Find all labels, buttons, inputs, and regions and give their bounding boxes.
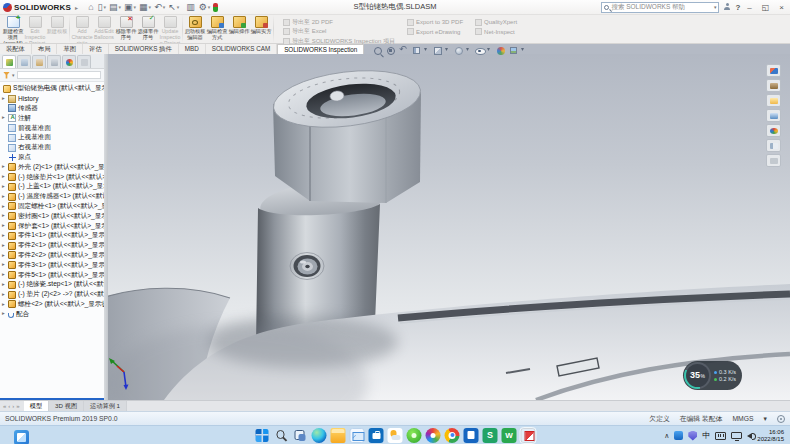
ime-language-indicator[interactable]: 中 bbox=[702, 430, 710, 441]
edit-inspection-method-button[interactable]: 编辑检查方式 bbox=[206, 15, 228, 43]
tree-item-component[interactable]: ▸ 零件5<1> (默认<<默认>_显示状态 bbox=[0, 270, 104, 280]
dimxpertmanager-tab[interactable] bbox=[47, 55, 61, 68]
tree-item-component[interactable]: ▸ (-) 绝缘垫片<1> (默认<<默认>_显 bbox=[0, 172, 104, 182]
section-view-icon[interactable] bbox=[411, 45, 422, 56]
tree-item-component[interactable]: ▸ (-) 垫片 (2)<2> ->? (默认<<默认> bbox=[0, 290, 104, 300]
tree-item-component[interactable]: ▸ 零件1<1> (默认<<默认>_显示状态 bbox=[0, 231, 104, 241]
tree-item-component[interactable]: ▸ (-) 温度传感器<1> (默认<<默认>_ bbox=[0, 192, 104, 202]
microsoft-store-icon[interactable] bbox=[369, 428, 384, 443]
featuremanager-tab[interactable] bbox=[2, 55, 16, 68]
edit-actual-button[interactable]: 编辑实方 bbox=[250, 15, 272, 43]
tab-solidworks-cam[interactable]: SOLIDWORKS CAM bbox=[206, 44, 277, 54]
remove-balloon-sequence-button[interactable]: 移除零件序号 bbox=[115, 15, 137, 43]
tree-item-annotations[interactable]: ▸ 注解 bbox=[0, 113, 104, 123]
undo-icon[interactable]: ↶▾ bbox=[153, 1, 166, 14]
chrome-icon[interactable] bbox=[445, 428, 460, 443]
rebuild-icon[interactable] bbox=[181, 1, 184, 14]
tree-item-component[interactable]: ▸ 零件2<1> (默认<<默认>_显示状态 bbox=[0, 241, 104, 251]
previous-view-icon[interactable] bbox=[398, 45, 409, 56]
login-user-icon[interactable] bbox=[723, 3, 731, 11]
tab-evaluate[interactable]: 评估 bbox=[83, 44, 109, 54]
save-icon[interactable]: ▣▾ bbox=[123, 1, 137, 14]
net-speed-monitor[interactable]: 35 % 0.3 K/s 0.2 K/s bbox=[683, 361, 742, 390]
design-library-icon[interactable] bbox=[766, 79, 781, 92]
propertymanager-tab[interactable] bbox=[17, 55, 31, 68]
configurationmanager-tab[interactable] bbox=[32, 55, 46, 68]
tab-motion-study-1[interactable]: 运动算例 1 bbox=[84, 401, 127, 411]
dropdown-caret-icon[interactable] bbox=[445, 45, 451, 56]
dropdown-caret-icon[interactable] bbox=[466, 45, 472, 56]
search-icon[interactable] bbox=[274, 428, 289, 443]
tab-3d-views[interactable]: 3D 视图 bbox=[49, 401, 84, 411]
tab-scroll-arrow-icon[interactable]: » bbox=[16, 403, 19, 409]
blue-doc-app-icon[interactable] bbox=[464, 428, 479, 443]
zoom-fit-icon[interactable] bbox=[372, 45, 383, 56]
tab-layout[interactable]: 布局 bbox=[32, 44, 58, 54]
status-options-icon[interactable] bbox=[777, 415, 785, 423]
forum-icon[interactable] bbox=[766, 154, 781, 167]
tab-solidworks-inspection[interactable]: SOLIDWORKS Inspection bbox=[277, 44, 364, 54]
select-icon[interactable]: ↖▾ bbox=[167, 1, 180, 14]
view-orientation-icon[interactable] bbox=[432, 45, 443, 56]
tab-mbd[interactable]: MBD bbox=[179, 44, 206, 54]
dropdown-caret-icon[interactable] bbox=[424, 45, 430, 56]
tree-item-component[interactable]: ▸ 固定螺栓<1> (默认<<默认>_显示 bbox=[0, 202, 104, 212]
help-search-input[interactable]: 搜索 SOLIDWORKS 帮助 ▾ bbox=[601, 2, 719, 13]
task-view-icon[interactable] bbox=[293, 428, 308, 443]
solidworks-logo[interactable]: SOLIDWORKS ▸ bbox=[3, 3, 81, 12]
tree-filter-input[interactable] bbox=[17, 71, 101, 79]
tab-solidworks-addins[interactable]: SOLIDWORKS 插件 bbox=[109, 44, 179, 54]
custom-properties-icon[interactable] bbox=[766, 139, 781, 152]
launch-template-editor-button[interactable]: 启动模板编辑器 bbox=[184, 15, 206, 43]
tree-item-component[interactable]: ▸ 零件3<1> (默认<<默认>_显示状态 bbox=[0, 260, 104, 270]
filter-caret-icon[interactable]: ▾ bbox=[12, 72, 15, 78]
close-button[interactable]: × bbox=[776, 1, 787, 14]
select-balloon-sequence-button[interactable]: 选择零件序号 bbox=[137, 15, 159, 43]
display-style-icon[interactable] bbox=[453, 45, 464, 56]
clock[interactable]: 16:06 2022/8/15 bbox=[757, 429, 784, 443]
tab-assembly[interactable]: 装配体 bbox=[0, 44, 32, 54]
edge-icon[interactable] bbox=[312, 428, 327, 443]
tree-item-component[interactable]: ▸ 零件2<2> (默认<<默认>_显示状态 bbox=[0, 251, 104, 261]
green-w-app-icon[interactable] bbox=[502, 428, 517, 443]
apply-scene-icon[interactable] bbox=[508, 45, 519, 56]
tree-item-component[interactable]: ▸ (-) 上盖<1> (默认<<默认>_显示状 bbox=[0, 182, 104, 192]
start-button-icon[interactable] bbox=[256, 429, 269, 442]
photos-icon[interactable] bbox=[426, 428, 441, 443]
green-s-app-icon[interactable] bbox=[483, 428, 498, 443]
edit-appearance-icon[interactable] bbox=[495, 45, 506, 56]
restore-button[interactable]: ◱ bbox=[759, 1, 773, 14]
file-explorer-icon[interactable] bbox=[766, 94, 781, 107]
pane-options-tab[interactable] bbox=[77, 55, 91, 68]
tree-item-component[interactable]: ▸ (-) 绝缘瓷.step<1> (默认<<默认 bbox=[0, 280, 104, 290]
file-explorer-icon[interactable] bbox=[331, 428, 346, 443]
tree-item-history[interactable]: ▸ History bbox=[0, 94, 104, 104]
options-icon[interactable]: ⚙▾ bbox=[198, 1, 212, 14]
home-icon[interactable]: ⌂ bbox=[87, 1, 95, 14]
edit-operation-button[interactable]: 编辑操作 bbox=[228, 15, 250, 43]
model-3d[interactable] bbox=[108, 54, 790, 400]
dropdown-caret-icon[interactable] bbox=[521, 45, 527, 56]
tab-scroll-arrow-icon[interactable]: ‹ bbox=[8, 403, 10, 409]
minimize-button[interactable]: – bbox=[744, 1, 754, 14]
tree-item-top-plane[interactable]: 上视基准面 bbox=[0, 133, 104, 143]
tree-item-sensor-folder[interactable]: 传感器 bbox=[0, 104, 104, 114]
file-properties-icon[interactable]: ▥ bbox=[185, 1, 197, 14]
green-app-icon[interactable] bbox=[407, 428, 422, 443]
tree-root-assembly[interactable]: S型铂铑热电偶 (默认<默认_显示状态-1 bbox=[0, 84, 104, 94]
dropdown-caret-icon[interactable] bbox=[487, 45, 493, 56]
graphics-viewport[interactable] bbox=[108, 54, 790, 400]
touch-keyboard-icon[interactable] bbox=[715, 432, 726, 440]
tree-item-front-plane[interactable]: 前视基准面 bbox=[0, 123, 104, 133]
tree-item-mates[interactable]: ▸ 配合 bbox=[0, 309, 104, 319]
tab-model[interactable]: 模型 bbox=[24, 401, 49, 411]
display-cast-icon[interactable] bbox=[731, 432, 742, 440]
tree-item-component[interactable]: ▸ 螺栓<2> (默认<<默认>_显示状态 bbox=[0, 300, 104, 310]
solidworks-icon[interactable] bbox=[521, 428, 536, 443]
displaymanager-tab[interactable] bbox=[62, 55, 76, 68]
tree-item-component[interactable]: ▸ 外壳 (2)<1> (默认<<默认>_显示状 bbox=[0, 162, 104, 172]
tab-scroll-arrow-icon[interactable]: › bbox=[12, 403, 14, 409]
zoom-area-icon[interactable] bbox=[385, 45, 396, 56]
open-icon[interactable]: ▤▾ bbox=[108, 1, 122, 14]
search-options-caret-icon[interactable]: ▾ bbox=[714, 4, 717, 10]
